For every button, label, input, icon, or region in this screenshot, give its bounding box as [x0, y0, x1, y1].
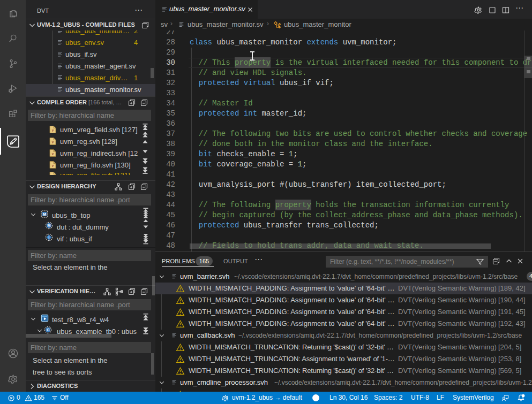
svg-text:v: v: [52, 163, 54, 168]
svg-text:M: M: [48, 224, 51, 227]
svg-text:v: v: [52, 139, 54, 144]
svg-text:M: M: [43, 212, 46, 217]
svg-text:C: C: [47, 328, 49, 332]
svg-text:v: v: [52, 151, 54, 156]
svg-text:i: i: [48, 235, 49, 239]
svg-text:v: v: [52, 127, 54, 133]
